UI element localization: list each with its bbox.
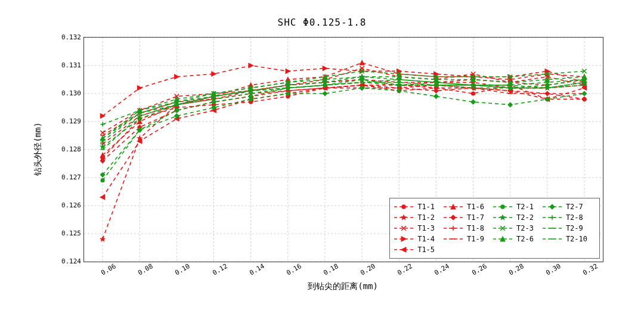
chart-title: SHC Φ0.125-1.8 <box>0 17 644 28</box>
svg-marker-327 <box>401 247 406 252</box>
x-tick-label: 0.24 <box>434 262 451 277</box>
x-tick-label: 0.30 <box>544 262 562 277</box>
legend-swatch-icon <box>443 224 463 232</box>
svg-marker-331 <box>451 215 456 220</box>
svg-marker-340 <box>500 215 504 219</box>
legend-label: T2-10 <box>562 235 593 243</box>
legend-item: T1-2 <box>394 213 441 222</box>
legend-swatch-icon <box>394 246 414 254</box>
svg-marker-325 <box>401 237 406 241</box>
legend-swatch-icon <box>493 203 513 211</box>
legend-label: T1-1 <box>414 203 441 211</box>
legend-swatch-icon <box>443 235 463 243</box>
y-tick-label: 0.128 <box>61 145 81 153</box>
legend-label: T2-3 <box>513 224 540 232</box>
legend-swatch-icon <box>542 224 562 232</box>
svg-marker-329 <box>451 204 456 209</box>
legend-swatch-icon <box>493 213 513 222</box>
legend-item: T2-10 <box>542 234 593 244</box>
legend-label: T1-8 <box>463 224 490 232</box>
legend-swatch-icon <box>394 235 414 243</box>
legend-label: T2-7 <box>562 203 589 211</box>
y-tick-label: 0.124 <box>61 257 81 265</box>
legend-label: T2-2 <box>513 213 540 222</box>
svg-marker-84 <box>286 69 290 73</box>
legend-label: T2-9 <box>562 224 589 232</box>
svg-marker-320 <box>402 215 406 219</box>
x-tick-label: 0.12 <box>211 262 228 277</box>
svg-point-33 <box>471 91 475 95</box>
legend-item: T1-3 <box>394 223 441 233</box>
legend-item: T2-7 <box>542 202 593 212</box>
legend-label: T2-6 <box>513 235 540 243</box>
svg-marker-345 <box>500 237 505 241</box>
y-tick-label: 0.126 <box>61 201 81 209</box>
legend-swatch-icon <box>542 213 562 222</box>
x-tick-label: 0.10 <box>174 262 191 277</box>
legend-item: T2-1 <box>493 202 540 212</box>
y-tick-label: 0.127 <box>61 173 81 181</box>
svg-marker-240 <box>360 74 364 79</box>
svg-marker-260 <box>582 91 586 95</box>
x-tick-label: 0.14 <box>248 262 265 277</box>
legend-item: T1-6 <box>443 202 490 212</box>
x-tick-label: 0.28 <box>507 262 525 277</box>
legend-item: T1-7 <box>443 213 490 222</box>
legend-item: T2-8 <box>542 213 593 222</box>
svg-marker-347 <box>550 204 555 209</box>
y-tick-label: 0.129 <box>61 117 81 125</box>
legend-swatch-icon <box>493 224 513 232</box>
legend-item: T2-9 <box>542 223 593 233</box>
legend-item: T2-2 <box>493 213 540 222</box>
legend-label: T1-4 <box>414 235 441 243</box>
x-tick-label: 0.06 <box>100 262 117 277</box>
svg-marker-80 <box>138 86 142 90</box>
svg-marker-85 <box>323 66 327 70</box>
legend-swatch-icon <box>443 203 463 211</box>
legend: T1-1T1-2T1-3T1-4T1-5T1-6T1-7T1-8T1-9T2-1… <box>389 198 600 259</box>
legend-label: T1-3 <box>414 224 441 232</box>
chart-container: SHC Φ0.125-1.8 钻头外径(mm) 到钻尖的距离(mm) 0.124… <box>0 0 644 323</box>
x-axis-label: 到钻尖的距离(mm) <box>308 281 378 292</box>
legend-label: T1-9 <box>463 235 490 243</box>
legend-label: T2-1 <box>513 203 540 211</box>
svg-point-180 <box>212 100 216 104</box>
svg-point-177 <box>100 178 104 182</box>
y-tick-label: 0.131 <box>61 61 81 69</box>
x-tick-label: 0.26 <box>470 262 488 277</box>
y-tick-label: 0.130 <box>61 89 81 97</box>
legend-swatch-icon <box>394 224 414 232</box>
legend-item: T1-1 <box>394 202 441 212</box>
x-tick-label: 0.16 <box>285 262 302 277</box>
legend-item: T2-6 <box>493 234 540 244</box>
y-axis-label: 钻头外径(mm) <box>33 122 44 176</box>
legend-label: T1-2 <box>414 213 441 222</box>
y-tick-label: 0.125 <box>61 229 81 237</box>
legend-swatch-icon <box>394 213 414 222</box>
svg-marker-253 <box>323 91 327 95</box>
svg-marker-258 <box>508 103 512 107</box>
legend-swatch-icon <box>542 203 562 211</box>
svg-marker-81 <box>175 74 179 79</box>
legend-item: T1-8 <box>443 223 490 233</box>
legend-label: T1-7 <box>463 213 490 222</box>
svg-marker-82 <box>212 72 216 76</box>
legend-swatch-icon <box>542 235 562 243</box>
svg-marker-37 <box>101 237 105 241</box>
x-tick-label: 0.22 <box>397 262 414 277</box>
svg-marker-257 <box>471 100 475 104</box>
legend-label: T2-8 <box>562 213 589 222</box>
x-tick-label: 0.08 <box>137 262 154 277</box>
legend-swatch-icon <box>394 203 414 211</box>
svg-marker-83 <box>249 63 253 67</box>
svg-point-338 <box>500 204 505 209</box>
legend-item: T1-4 <box>394 234 441 244</box>
y-tick-label: 0.132 <box>61 33 81 41</box>
x-tick-label: 0.32 <box>581 262 599 277</box>
svg-point-179 <box>175 108 179 113</box>
svg-marker-256 <box>434 94 438 98</box>
legend-swatch-icon <box>493 235 513 243</box>
x-tick-label: 0.18 <box>322 262 339 277</box>
legend-label: T1-5 <box>414 246 441 254</box>
svg-marker-93 <box>100 195 104 199</box>
